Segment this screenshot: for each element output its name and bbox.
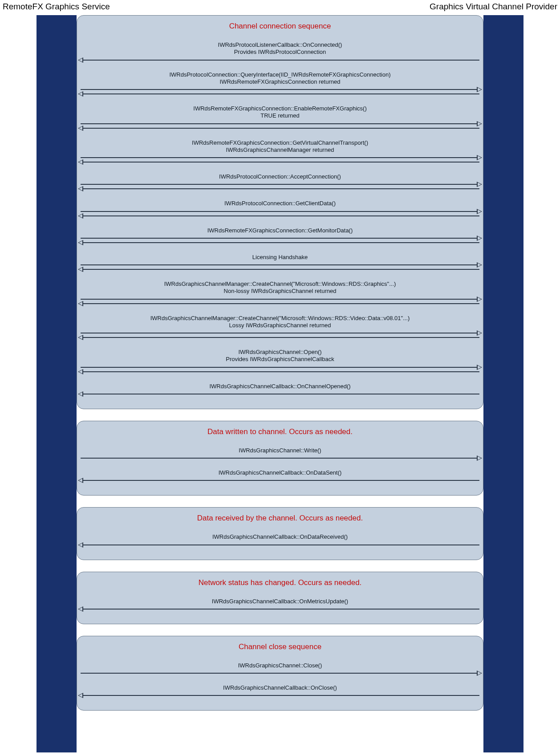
arrow-right-icon [77, 155, 483, 160]
message-text: IWRdsProtocolConnection::GetClientData() [77, 197, 483, 209]
message-text: IWRdsGraphicsChannelCallback::OnDataRece… [77, 531, 483, 542]
sequence-message: IWRdsGraphicsChannelCallback::OnMetricsU… [77, 595, 483, 611]
message-text: IWRdsProtocolListenerCallback::OnConnect… [77, 39, 483, 58]
sequence-diagram: RemoteFX Graphics Service Graphics Virtu… [0, 0, 560, 756]
message-text: IWRdsGraphicsChannelCallback::OnClose() [77, 682, 483, 693]
group-title: Network status has changed. Occurs as ne… [77, 577, 483, 595]
sequence-message: IWRdsGraphicsChannel::Close() [77, 659, 483, 675]
message-text: IWRdsGraphicsChannelCallback::OnDataSent… [77, 467, 483, 478]
arrow-right-icon [77, 331, 483, 335]
sequence-message: IWRdsGraphicsChannelCallback::OnClose() [77, 682, 483, 698]
group-title: Data written to channel. Occurs as neede… [77, 426, 483, 444]
actor-label-right: Graphics Virtual Channel Provider [430, 2, 557, 12]
arrow-right-icon [77, 671, 483, 675]
sequence-group: Channel connection sequenceIWRdsProtocol… [77, 15, 483, 409]
arrow-right-icon [77, 365, 483, 370]
group-title: Data received by the channel. Occurs as … [77, 512, 483, 531]
arrow-left-icon [77, 392, 483, 396]
arrow-right-icon [77, 122, 483, 126]
group-title: Channel connection sequence [77, 20, 483, 39]
arrow-left-icon [77, 335, 483, 340]
sequence-group: Data written to channel. Occurs as neede… [77, 421, 483, 496]
arrow-left-icon [77, 478, 483, 483]
sequence-message: IWRdsProtocolConnection::QueryInterface(… [77, 69, 483, 97]
arrow-left-icon [77, 370, 483, 374]
sequence-message: IWRdsGraphicsChannel::Write() [77, 444, 483, 460]
arrow-left-icon [77, 92, 483, 96]
sequence-message: IWRdsGraphicsChannelCallback::OnChannelO… [77, 380, 483, 396]
sequence-group: Channel close sequenceIWRdsGraphicsChann… [77, 636, 483, 711]
sequence-message: IWRdsRemoteFXGraphicsConnection::GetVirt… [77, 137, 483, 165]
sequence-message: IWRdsGraphicsChannelCallback::OnDataRece… [77, 531, 483, 547]
group-title: Channel close sequence [77, 641, 483, 659]
message-text: IWRdsRemoteFXGraphicsConnection::EnableR… [77, 102, 483, 122]
sequence-message: IWRdsGraphicsChannelManager::CreateChann… [77, 278, 483, 306]
sequence-message: IWRdsGraphicsChannel::Open() Provides IW… [77, 346, 483, 374]
arrow-right-icon [77, 209, 483, 214]
message-lane: Channel connection sequenceIWRdsProtocol… [77, 15, 483, 752]
arrow-left-icon [77, 187, 483, 191]
message-text: IWRdsGraphicsChannel::Write() [77, 444, 483, 456]
sequence-group: Network status has changed. Occurs as ne… [77, 572, 483, 624]
message-text: IWRdsRemoteFXGraphicsConnection::GetMoni… [77, 224, 483, 236]
arrow-left-icon [77, 126, 483, 130]
arrow-right-icon [77, 297, 483, 301]
arrow-left-icon [77, 301, 483, 306]
arrow-left-icon [77, 543, 483, 547]
message-text: IWRdsGraphicsChannelManager::CreateChann… [77, 312, 483, 331]
message-text: IWRdsGraphicsChannel::Close() [77, 659, 483, 671]
message-text: IWRdsRemoteFXGraphicsConnection::GetVirt… [77, 137, 483, 156]
arrow-left-icon [77, 240, 483, 245]
arrow-right-icon [77, 182, 483, 187]
sequence-group: Data received by the channel. Occurs as … [77, 507, 483, 560]
message-text: Licensing Handshake [77, 251, 483, 263]
message-text: IWRdsProtocolConnection::AcceptConnectio… [77, 171, 483, 182]
arrow-left-icon [77, 693, 483, 698]
arrow-right-icon [77, 87, 483, 92]
message-text: IWRdsGraphicsChannelCallback::OnChannelO… [77, 380, 483, 392]
message-text: IWRdsProtocolConnection::QueryInterface(… [77, 69, 483, 88]
lifeline-left [37, 15, 77, 752]
arrow-left-icon [77, 607, 483, 611]
sequence-message: Licensing Handshake [77, 251, 483, 272]
arrow-left-icon [77, 214, 483, 218]
sequence-message: IWRdsProtocolListenerCallback::OnConnect… [77, 39, 483, 62]
sequence-message: IWRdsGraphicsChannelManager::CreateChann… [77, 312, 483, 340]
message-text: IWRdsGraphicsChannelCallback::OnMetricsU… [77, 595, 483, 607]
sequence-message: IWRdsProtocolConnection::AcceptConnectio… [77, 171, 483, 191]
arrow-left-icon [77, 267, 483, 272]
arrow-right-icon [77, 263, 483, 267]
actor-label-left: RemoteFX Graphics Service [3, 2, 110, 12]
sequence-message: IWRdsRemoteFXGraphicsConnection::GetMoni… [77, 224, 483, 245]
sequence-message: IWRdsProtocolConnection::GetClientData() [77, 197, 483, 218]
sequence-message: IWRdsGraphicsChannelCallback::OnDataSent… [77, 467, 483, 483]
arrow-left-icon [77, 58, 483, 62]
arrow-right-icon [77, 456, 483, 460]
lifeline-right [483, 15, 523, 752]
message-text: IWRdsGraphicsChannelManager::CreateChann… [77, 278, 483, 297]
sequence-message: IWRdsRemoteFXGraphicsConnection::EnableR… [77, 102, 483, 130]
arrow-left-icon [77, 160, 483, 164]
arrow-right-icon [77, 236, 483, 240]
message-text: IWRdsGraphicsChannel::Open() Provides IW… [77, 346, 483, 365]
